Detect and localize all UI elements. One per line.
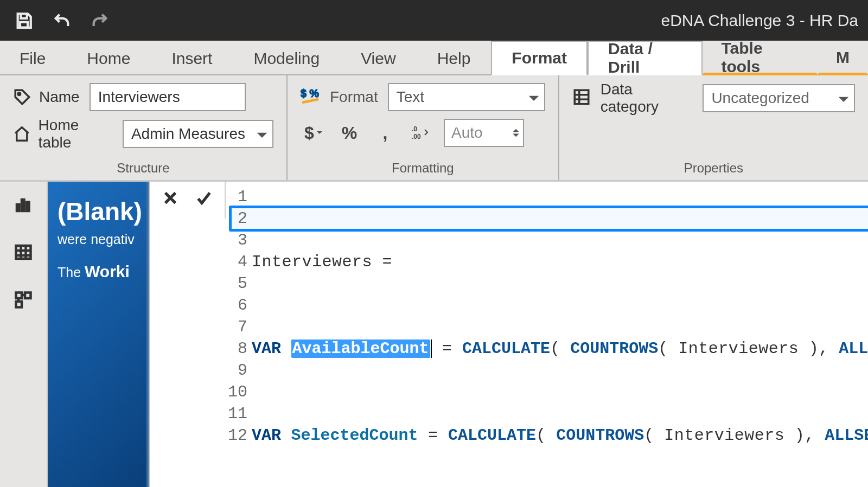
redo-icon[interactable] (86, 7, 114, 35)
decimal-places-input[interactable] (445, 124, 512, 142)
tab-data-drill[interactable]: Data / Drill (588, 41, 703, 75)
tab-table-tools[interactable]: Table tools (703, 41, 818, 75)
tab-insert[interactable]: Insert (151, 41, 233, 75)
svg-text:.00: .00 (412, 133, 421, 140)
card-line3: The Worki (58, 262, 146, 281)
svg-rect-9 (27, 202, 29, 212)
svg-rect-12 (25, 293, 31, 299)
home-table-select[interactable]: Admin Measures (123, 120, 273, 148)
tab-format[interactable]: Format (491, 41, 588, 75)
report-view-icon[interactable] (10, 191, 36, 217)
svg-text:$: $ (301, 87, 307, 99)
ribbon-group-formatting: $% Format Text $ % , .0.00 (288, 75, 559, 180)
home-icon (13, 125, 31, 143)
model-view-icon[interactable] (10, 287, 36, 313)
group-caption-structure: Structure (13, 159, 273, 178)
view-switcher (0, 182, 48, 487)
formula-editor[interactable]: 1 2 3 4 5 6 7 8 9 10 11 12 Interviewers … (149, 182, 868, 487)
tab-measure-tools[interactable]: M (818, 41, 868, 75)
undo-icon[interactable] (48, 7, 76, 35)
svg-point-1 (18, 93, 21, 95)
spinner-arrows-icon[interactable] (512, 127, 523, 138)
svg-rect-6 (575, 90, 589, 104)
window-title: eDNA Challenge 3 - HR Da (661, 11, 858, 30)
decimal-places-spinner[interactable] (444, 119, 524, 147)
svg-rect-13 (16, 302, 22, 307)
chevron-down-icon (839, 89, 848, 107)
chevron-down-icon (257, 125, 267, 143)
currency-button[interactable]: $ (301, 120, 327, 146)
title-bar: eDNA Challenge 3 - HR Da (0, 0, 868, 41)
report-canvas-card: (Blank) were negativ The Worki (48, 182, 149, 487)
tab-help[interactable]: Help (417, 41, 492, 75)
tab-modeling[interactable]: Modeling (233, 41, 340, 75)
tab-file[interactable]: File (5, 41, 66, 75)
data-category-icon (572, 88, 591, 108)
data-view-icon[interactable] (10, 239, 36, 265)
name-label: Name (13, 88, 80, 106)
text-caret (431, 339, 432, 358)
decimal-button[interactable]: .0.00 (408, 120, 434, 146)
dax-editor[interactable]: 1 2 3 4 5 6 7 8 9 10 11 12 Interviewers … (226, 182, 868, 487)
ribbon-tabs: File Home Insert Modeling View Help Form… (0, 41, 868, 75)
formula-bar-actions (150, 182, 226, 219)
group-caption-properties: Properties (572, 159, 855, 178)
measure-name-input[interactable] (90, 83, 246, 111)
ribbon-group-properties: Data category Uncategorized Properties (559, 75, 868, 180)
data-category-label: Data category (601, 81, 693, 116)
selected-token: AvailableCount (291, 339, 430, 358)
svg-rect-8 (22, 200, 24, 211)
commit-formula-button[interactable] (192, 186, 216, 210)
percent-button[interactable]: % (336, 120, 362, 146)
svg-rect-0 (20, 22, 28, 27)
tag-icon (13, 88, 31, 106)
group-caption-formatting: Formatting (301, 159, 545, 178)
svg-rect-10 (16, 246, 31, 259)
work-area: (Blank) were negativ The Worki 1 2 3 (0, 182, 868, 487)
ribbon: Name Home table Admin Measures Structure… (0, 75, 868, 182)
editor-gutter: 1 2 3 4 5 6 7 8 9 10 11 12 (226, 182, 252, 446)
chevron-down-icon (529, 88, 539, 106)
thousands-button[interactable]: , (372, 120, 398, 146)
format-label: Format (330, 88, 378, 106)
svg-rect-11 (16, 293, 22, 299)
format-icon: $% (301, 86, 320, 108)
data-category-select[interactable]: Uncategorized (703, 84, 855, 112)
ribbon-group-structure: Name Home table Admin Measures Structure (0, 75, 288, 180)
cancel-formula-button[interactable] (158, 186, 182, 210)
editor-code[interactable]: Interviewers = VAR AvailableCount = CALC… (252, 182, 868, 487)
format-select[interactable]: Text (388, 83, 545, 111)
card-title: (Blank) (58, 197, 146, 226)
save-icon[interactable] (10, 7, 38, 35)
svg-rect-7 (17, 204, 20, 211)
tab-home[interactable]: Home (66, 41, 151, 75)
svg-text:%: % (310, 87, 319, 99)
tab-view[interactable]: View (340, 41, 416, 75)
svg-text:.0: .0 (412, 125, 417, 133)
card-line2: were negativ (58, 232, 146, 247)
home-table-label: Home table (13, 117, 113, 151)
